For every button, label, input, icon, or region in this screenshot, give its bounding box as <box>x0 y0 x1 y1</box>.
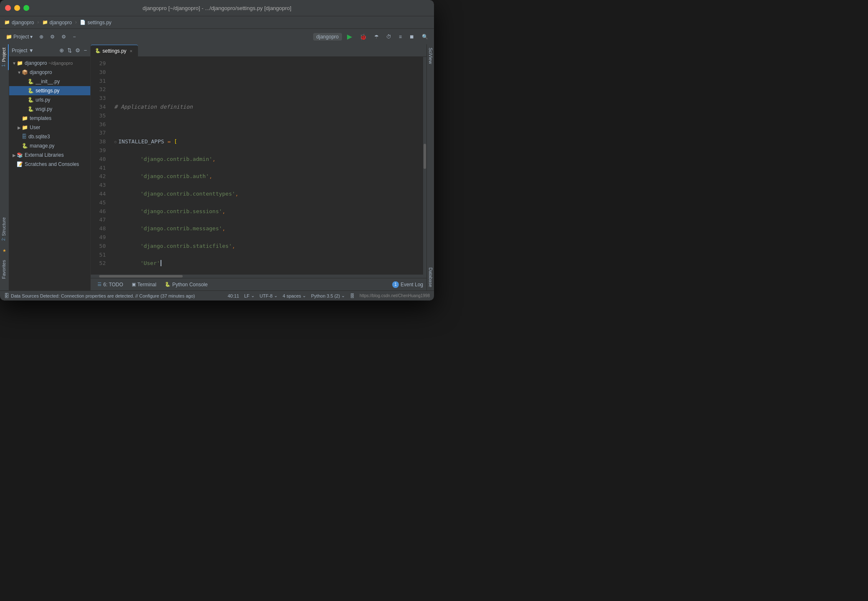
breadcrumb-item-0[interactable]: 📁 djangopro <box>4 20 34 25</box>
status-indent[interactable]: 4 spaces ⌄ <box>283 293 306 298</box>
status-line-ending[interactable]: LF ⌄ <box>244 293 255 298</box>
maximize-button[interactable] <box>23 5 29 11</box>
right-tab-database[interactable]: Database <box>427 264 434 290</box>
python-file-icon: 🐍 <box>28 97 34 103</box>
run-config-selector[interactable]: djangopro <box>313 33 342 41</box>
favorites-star-icon: ★ <box>3 247 6 254</box>
code-content[interactable]: # Application definition ⊖INSTALLED_APPS… <box>111 57 423 275</box>
more-actions-button[interactable]: ≡ <box>396 33 404 41</box>
tree-label: djangopro ~/djangopro <box>25 60 73 66</box>
gear-icon[interactable]: ⚙ <box>74 46 81 54</box>
code-line-29 <box>114 68 423 77</box>
sidebar-tab-favorites[interactable]: Favorites <box>0 257 9 282</box>
status-position[interactable]: 40:11 <box>227 293 239 298</box>
python-file-icon: 🐍 <box>28 88 34 94</box>
collapse-button[interactable]: − <box>70 33 78 41</box>
toolbar: 📁 Project ▾ ⊕ ⚙ ⚙ − djangopro ▶ 🐞 ☂ ⏱ ≡ … <box>0 28 434 44</box>
tree-label: Scratches and Consoles <box>25 161 79 167</box>
breadcrumb-sep-0: › <box>36 20 39 25</box>
tree-item-urls-py[interactable]: 🐍 urls.py <box>9 95 90 104</box>
tree-label: db.sqlite3 <box>28 134 50 140</box>
todo-icon: ☰ <box>97 282 102 287</box>
tree-item-djangopro-pkg[interactable]: ▼ 📦 djangopro <box>9 68 90 77</box>
code-line-38: 'django.contrib.messages', <box>114 224 423 233</box>
breadcrumb-label-0: djangopro <box>12 20 34 25</box>
tree-item-manage-py[interactable]: 🐍 manage.py <box>9 141 90 150</box>
run-button[interactable]: ▶ <box>345 31 355 42</box>
settings-button[interactable]: ⚙ <box>59 33 69 41</box>
right-tab-sciview[interactable]: SciView <box>427 44 434 67</box>
terminal-label: Terminal <box>138 282 156 288</box>
tree-item-db-sqlite[interactable]: 🗄 db.sqlite3 <box>9 132 90 141</box>
debug-button[interactable]: 🐞 <box>357 32 369 41</box>
tree-item-init-py[interactable]: 🐍 __init__.py <box>9 77 90 86</box>
horizontal-scrollbar[interactable] <box>91 275 426 278</box>
project-panel-title: Project ▼ <box>12 48 34 53</box>
project-view-button[interactable]: 📁 Project ▾ <box>3 33 35 41</box>
breadcrumb-item-1[interactable]: 📁 djangopro <box>42 20 72 25</box>
tree-item-templates[interactable]: 📁 templates <box>9 114 90 123</box>
code-line-34: 'django.contrib.admin', <box>114 155 423 164</box>
code-line-39: 'django.contrib.staticfiles', <box>114 242 423 251</box>
profile-button[interactable]: ⏱ <box>384 33 394 41</box>
tree-item-scratches[interactable]: 📝 Scratches and Consoles <box>9 160 90 169</box>
url-text: https://blog.csdn.net/ChenHuang1998 <box>360 293 430 298</box>
minimize-panel-button[interactable]: − <box>83 46 88 54</box>
status-right: 40:11 LF ⌄ UTF-8 ⌄ 4 spaces ⌄ Python 3.5… <box>227 293 430 298</box>
project-label: Project <box>13 34 29 40</box>
tree-label: External Libraries <box>25 152 64 158</box>
tree-label: manage.py <box>30 143 54 149</box>
status-bar: 🗄 Data Sources Detected: Connection prop… <box>0 290 434 300</box>
sort-button[interactable]: ⇅ <box>66 46 73 54</box>
event-badge: 1 <box>392 281 399 288</box>
tree-label: __init__.py <box>36 79 60 84</box>
status-python[interactable]: Python 3.5 (2) ⌄ <box>311 293 345 298</box>
bottom-tab-python-console[interactable]: 🐍 Python Console <box>161 279 211 290</box>
library-icon: 📚 <box>17 152 23 158</box>
editor-area: 🐍 settings.py × 29 30 31 32 33 34 35 36 … <box>91 44 426 290</box>
breadcrumb-item-2[interactable]: 📄 settings.py <box>80 20 111 25</box>
hscrollbar-thumb <box>99 275 183 278</box>
tree-item-user[interactable]: ▶ 📁 User <box>9 123 90 132</box>
python-version-label: Python 3.5 (2) <box>311 293 340 298</box>
add-button[interactable]: ⊕ <box>37 33 46 41</box>
python-console-icon: 🐍 <box>165 282 171 287</box>
event-log[interactable]: 1 Event Log <box>392 281 423 288</box>
traffic-lights <box>5 5 29 11</box>
tab-close-button[interactable]: × <box>128 48 134 53</box>
db-file-icon: 🗄 <box>22 134 27 140</box>
right-sidebar: SciView Database <box>426 44 434 290</box>
breadcrumb-label-1: djangopro <box>50 20 72 25</box>
tree-item-ext-libs[interactable]: ▶ 📚 External Libraries <box>9 150 90 160</box>
expand-arrow: ▶ <box>17 125 22 130</box>
search-button[interactable]: 🔍 <box>419 33 431 41</box>
project-tree: ▼ 📁 djangopro ~/djangopro ▼ 📦 djangopro … <box>9 57 90 290</box>
tree-label: settings.py <box>36 88 59 94</box>
minimize-button[interactable] <box>14 5 20 11</box>
sidebar-tab-project[interactable]: 1: Project <box>0 44 9 70</box>
bottom-tab-todo[interactable]: ☰ 6: TODO <box>94 279 127 290</box>
folder-icon: 📁 <box>17 60 23 66</box>
tree-label: User <box>30 125 40 130</box>
tree-item-settings-py[interactable]: 🐍 settings.py <box>9 86 90 95</box>
terminal-icon: ▣ <box>132 282 136 287</box>
window-title: djangopro [~/djangopro] - .../djangopro/… <box>143 5 291 11</box>
tree-item-djangopro-root[interactable]: ▼ 📁 djangopro ~/djangopro <box>9 59 90 68</box>
coverage-button[interactable]: ☂ <box>372 33 381 41</box>
bottom-tab-terminal[interactable]: ▣ Terminal <box>128 279 160 290</box>
editor-tab-settings[interactable]: 🐍 settings.py × <box>91 45 138 56</box>
folder-icon-1: 📁 <box>42 20 48 25</box>
folder-icon: 📁 <box>22 115 28 121</box>
sidebar-tab-structure[interactable]: 2: Structure <box>0 214 9 244</box>
chevron-down-icon: ⌄ <box>302 293 306 298</box>
status-encoding[interactable]: UTF-8 ⌄ <box>260 293 278 298</box>
close-button[interactable] <box>5 5 11 11</box>
tree-item-wsgi-py[interactable]: 🐍 wsgi.py <box>9 104 90 114</box>
filter-button[interactable]: ⚙ <box>48 33 57 41</box>
add-module-button[interactable]: ⊕ <box>59 46 65 54</box>
vertical-scrollbar[interactable] <box>423 57 426 275</box>
stop-button[interactable]: ⏹ <box>407 33 417 41</box>
project-panel: Project ▼ ⊕ ⇅ ⚙ − ▼ 📁 djangopro ~/django… <box>9 44 91 290</box>
main-content: 1: Project 2: Structure ★ Favorites Proj… <box>0 44 434 290</box>
editor-tab-bar: 🐍 settings.py × <box>91 44 426 57</box>
